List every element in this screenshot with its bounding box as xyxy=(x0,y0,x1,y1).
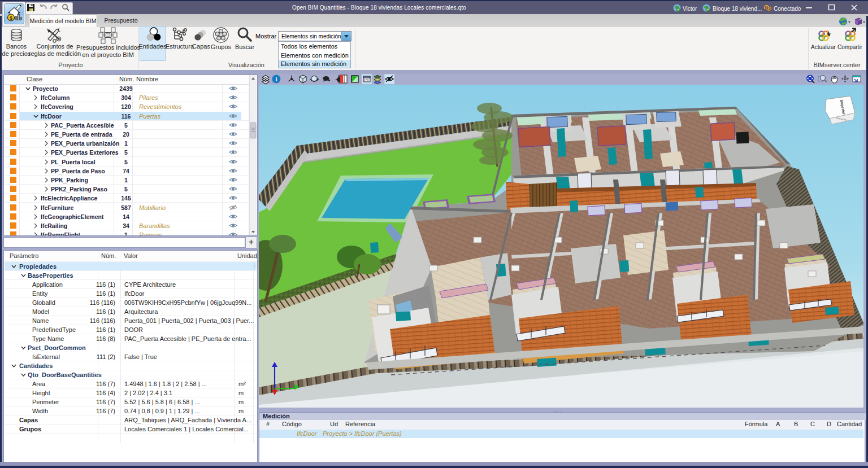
svg-text:Conectado: Conectado xyxy=(774,6,801,12)
svg-text:Bloque 18 viviend...: Bloque 18 viviend... xyxy=(713,6,762,12)
svg-text:Victor: Victor xyxy=(683,6,697,12)
svg-text:i: i xyxy=(275,76,277,82)
svg-text:$: $ xyxy=(10,16,12,21)
